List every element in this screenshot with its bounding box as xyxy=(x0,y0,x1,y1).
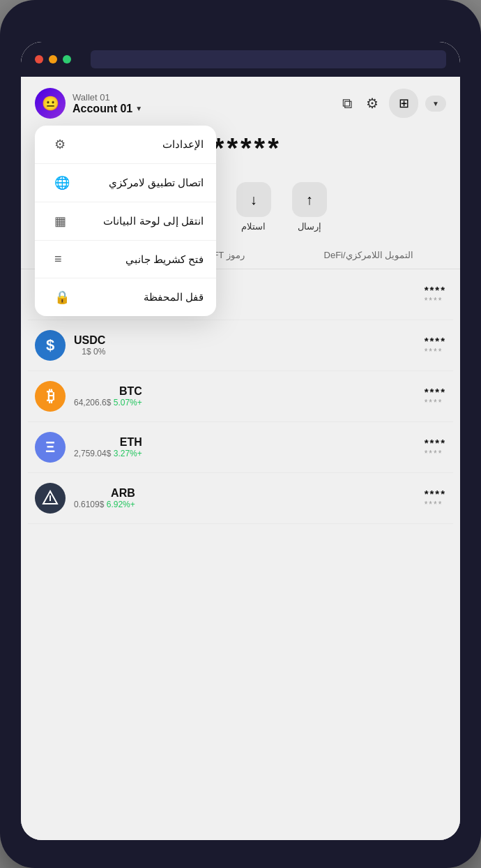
menu-item-dapp[interactable]: اتصال تطبيق لامركزي 🌐 xyxy=(35,164,216,202)
arb-icon xyxy=(35,483,66,514)
send-label: إرسال xyxy=(298,221,321,232)
account-label: ▼ Account 01 xyxy=(72,103,142,115)
send-button[interactable]: ↑ إرسال xyxy=(292,182,327,232)
token-details: BTC +5.07% 64,206.6$ xyxy=(74,385,142,407)
token-price: +5.07% 64,206.6$ xyxy=(74,398,142,407)
token-balance-section: **** **** xyxy=(425,488,446,509)
grid-view-button[interactable]: ⊞ xyxy=(389,89,418,118)
receive-icon: ↓ xyxy=(250,192,257,208)
token-details: ARB +6.92% 0.6109$ xyxy=(74,487,135,509)
copy-icon: ⧉ xyxy=(342,96,352,111)
main-content: ▼ ⊞ ⚙ ⧉ Wallet 01 ▼ xyxy=(21,77,460,840)
grid-icon: ⊞ xyxy=(399,96,409,111)
token-details: USDC 0% 1$ xyxy=(74,334,105,357)
menu-dapp-label: اتصال تطبيق لامركزي xyxy=(109,177,204,189)
menu-item-sidebar[interactable]: فتح كشريط جانبي ≡ xyxy=(35,241,216,278)
token-price-value: 1$ xyxy=(82,347,91,357)
token-name: USDC xyxy=(74,334,105,347)
avatar[interactable]: 😐 xyxy=(35,88,66,119)
list-item[interactable]: **** **** BTC +5.07% 64,206.6$ ₿ xyxy=(28,371,453,422)
arb-svg xyxy=(42,490,59,507)
globe-icon: 🌐 xyxy=(54,175,70,190)
token-price-value: 2,759.04$ xyxy=(74,449,111,458)
price-change: 0% xyxy=(93,347,105,357)
token-balance-section: **** **** xyxy=(425,386,446,407)
token-price-value: 0.6109$ xyxy=(74,500,104,509)
chevron-down-icon: ▼ xyxy=(432,100,439,107)
eth-icon: Ξ xyxy=(35,432,66,463)
menu-item-settings[interactable]: الإعدادات ⚙ xyxy=(35,126,216,164)
header-left: ▼ ⊞ ⚙ ⧉ xyxy=(339,89,446,118)
token-balance-section: **** **** xyxy=(425,335,446,357)
wallet-label: Wallet 01 xyxy=(72,92,110,103)
token-price: 0% 1$ xyxy=(74,347,105,357)
token-balance-section: **** **** xyxy=(425,437,446,458)
receive-button[interactable]: ↓ استلام xyxy=(236,182,271,232)
token-price-value: 64,206.6$ xyxy=(74,398,111,407)
token-balance-value: **** xyxy=(425,284,446,296)
tab-defi[interactable]: التمويل اللامركزي/DeFi xyxy=(319,243,420,269)
dashboard-icon: ▦ xyxy=(54,214,66,229)
account-info: Wallet 01 ▼ Account 01 xyxy=(72,92,142,115)
token-info-section: USDC 0% 1$ $ xyxy=(35,330,105,361)
dot-yellow xyxy=(49,55,57,63)
token-balance-value: **** xyxy=(425,488,446,500)
dropdown-toggle-button[interactable]: ▼ xyxy=(425,96,446,112)
menu-dashboard-label: انتقل إلى لوحة البيانات xyxy=(103,215,204,227)
list-item[interactable]: **** **** USDC 0% 1$ $ xyxy=(28,320,453,371)
token-fiat-value: **** xyxy=(425,449,446,458)
receive-label: استلام xyxy=(241,221,266,232)
token-name: ETH xyxy=(74,436,142,449)
token-balance-value: **** xyxy=(425,386,446,398)
token-balance-value: **** xyxy=(425,335,446,347)
usdc-icon: $ xyxy=(35,330,66,361)
copy-button[interactable]: ⧉ xyxy=(339,92,356,115)
price-change-positive: +6.92% xyxy=(107,500,135,509)
settings-button[interactable]: ⚙ xyxy=(362,91,382,115)
menu-lock-label: قفل المحفظة xyxy=(144,291,204,304)
price-change-positive: +3.27% xyxy=(114,449,142,458)
list-item[interactable]: **** **** ETH +3.27% 2,759.04$ Ξ xyxy=(28,422,453,473)
token-info-section: ARB +6.92% 0.6109$ xyxy=(35,483,135,514)
send-icon-container: ↑ xyxy=(292,182,327,217)
price-change-positive: +5.07% xyxy=(114,398,142,407)
token-balance-value: **** xyxy=(425,437,446,449)
menu-item-dashboard[interactable]: انتقل إلى لوحة البيانات ▦ xyxy=(35,202,216,241)
phone-frame: ▼ ⊞ ⚙ ⧉ Wallet 01 ▼ xyxy=(0,0,481,868)
token-balance-section: **** **** xyxy=(425,284,446,306)
header: ▼ ⊞ ⚙ ⧉ Wallet 01 ▼ xyxy=(21,77,460,126)
btc-icon: ₿ xyxy=(35,381,66,412)
avatar-icon: 😐 xyxy=(42,95,59,112)
url-bar xyxy=(91,50,446,68)
dot-green xyxy=(63,55,71,63)
token-price: +6.92% 0.6109$ xyxy=(74,500,135,509)
lock-icon: 🔒 xyxy=(54,290,70,305)
token-name: ARB xyxy=(74,487,135,500)
sidebar-icon: ≡ xyxy=(54,252,62,267)
token-info-section: ETH +3.27% 2,759.04$ Ξ xyxy=(35,432,142,463)
receive-icon-container: ↓ xyxy=(236,182,271,217)
account-chevron-icon: ▼ xyxy=(135,105,142,112)
token-details: ETH +3.27% 2,759.04$ xyxy=(74,436,142,458)
token-info-section: BTC +5.07% 64,206.6$ ₿ xyxy=(35,381,142,412)
menu-item-lock[interactable]: قفل المحفظة 🔒 xyxy=(35,278,216,316)
token-fiat-value: **** xyxy=(425,347,446,357)
token-name: BTC xyxy=(74,385,142,398)
dot-red xyxy=(35,55,43,63)
dropdown-menu: الإعدادات ⚙ اتصال تطبيق لامركزي 🌐 انتقل … xyxy=(35,126,216,316)
account-section: Wallet 01 ▼ Account 01 😐 xyxy=(35,88,149,119)
list-item[interactable]: **** **** ARB +6.92% 0.6109$ xyxy=(28,473,453,524)
top-bar xyxy=(21,42,460,77)
menu-sidebar-label: فتح كشريط جانبي xyxy=(125,253,204,266)
menu-settings-label: الإعدادات xyxy=(162,138,204,151)
token-fiat-value: **** xyxy=(425,398,446,407)
send-icon: ↑ xyxy=(306,192,313,208)
gear-menu-icon: ⚙ xyxy=(54,137,66,152)
token-price: +3.27% 2,759.04$ xyxy=(74,449,142,458)
token-fiat-value: **** xyxy=(425,500,446,509)
token-fiat-value: **** xyxy=(425,296,446,306)
gear-icon: ⚙ xyxy=(366,96,379,111)
phone-screen: ▼ ⊞ ⚙ ⧉ Wallet 01 ▼ xyxy=(21,42,460,840)
